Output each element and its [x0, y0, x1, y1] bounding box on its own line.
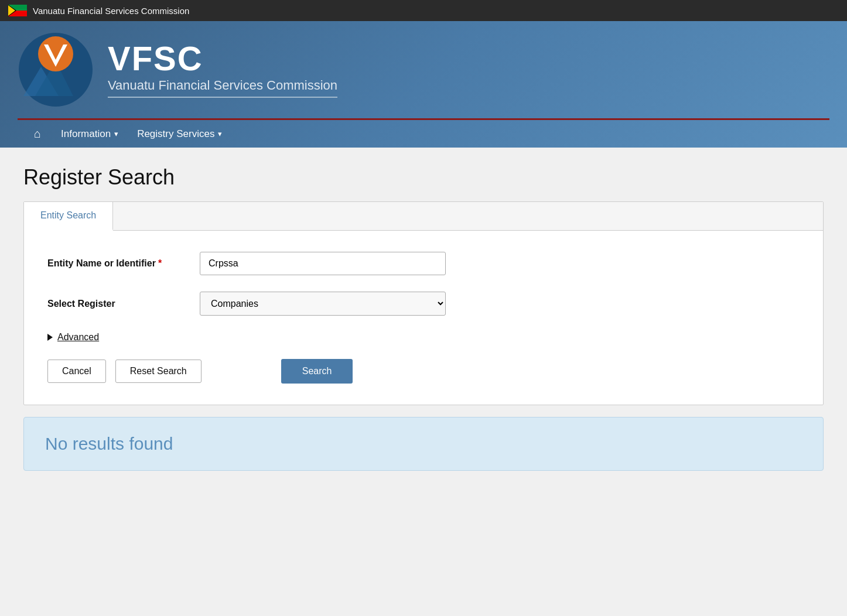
nav-item-information[interactable]: Information ▾: [52, 120, 128, 148]
entity-name-input[interactable]: [200, 252, 446, 275]
org-acronym: VFSC: [108, 42, 337, 76]
tab-container: Entity Search Entity Name or Identifier*…: [23, 201, 824, 405]
no-results-box: No results found: [23, 417, 824, 471]
select-register-row: Select Register Companies Partnerships T…: [47, 292, 800, 316]
org-underline: [108, 97, 337, 98]
reset-search-button[interactable]: Reset Search: [115, 360, 201, 383]
main-nav: ⌂ Information ▾ Registry Services ▾: [18, 118, 829, 148]
entity-name-row: Entity Name or Identifier*: [47, 252, 800, 275]
vanuatu-flag-icon: [8, 5, 27, 16]
nav-item-registry-services[interactable]: Registry Services ▾: [128, 120, 231, 148]
cancel-button[interactable]: Cancel: [47, 360, 106, 383]
tab-entity-search[interactable]: Entity Search: [24, 202, 113, 231]
site-header: VFSC Vanuatu Financial Services Commissi…: [0, 21, 847, 148]
org-name-block: VFSC Vanuatu Financial Services Commissi…: [108, 42, 337, 98]
page-title: Register Search: [23, 165, 824, 190]
nav-home-button[interactable]: ⌂: [23, 120, 52, 148]
org-fullname: Vanuatu Financial Services Commission: [108, 78, 337, 93]
tab-header: Entity Search: [24, 202, 823, 231]
advanced-toggle[interactable]: Advanced: [47, 332, 99, 343]
advanced-row: Advanced: [47, 332, 800, 343]
button-row: Cancel Reset Search Search: [47, 359, 800, 384]
no-results-text: No results found: [45, 434, 802, 454]
org-logo: [18, 32, 94, 108]
select-register-label: Select Register: [47, 299, 200, 309]
register-select[interactable]: Companies Partnerships Trusts Other: [200, 292, 446, 316]
chevron-down-icon: ▾: [114, 129, 118, 138]
top-bar: Vanuatu Financial Services Commission: [0, 0, 847, 21]
nav-registry-label: Registry Services: [137, 128, 214, 140]
required-star: *: [158, 258, 162, 268]
form-body: Entity Name or Identifier* Select Regist…: [24, 231, 823, 405]
site-title: Vanuatu Financial Services Commission: [33, 6, 189, 16]
main-content: Register Search Entity Search Entity Nam…: [0, 148, 847, 488]
entity-name-label: Entity Name or Identifier*: [47, 258, 200, 269]
nav-information-label: Information: [61, 128, 111, 140]
search-button[interactable]: Search: [281, 359, 353, 384]
chevron-down-icon: ▾: [218, 129, 222, 138]
triangle-right-icon: [47, 334, 53, 341]
